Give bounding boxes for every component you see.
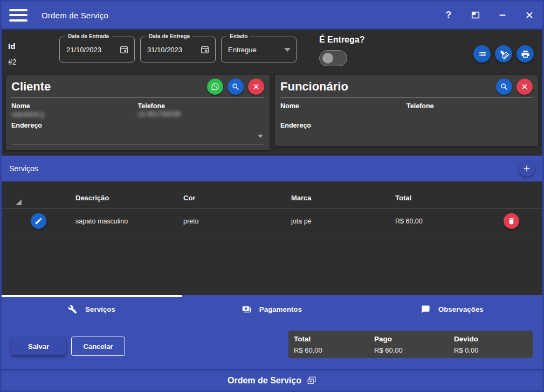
funcionario-nome-value — [280, 110, 407, 118]
toggle-thumb — [322, 53, 333, 64]
calendar-icon[interactable] — [200, 45, 210, 54]
close-icon — [252, 82, 260, 91]
cell-marca: jota pé — [291, 218, 395, 225]
col-cor: Cor — [183, 194, 291, 208]
col-total: Total — [395, 194, 480, 208]
printer-icon — [521, 50, 530, 59]
date-entrada-field[interactable]: Data de Entrada 21/10/2023 — [59, 37, 135, 62]
close-window-icon — [307, 376, 316, 386]
id-value: #2 — [8, 58, 59, 66]
clear-button[interactable] — [248, 79, 264, 95]
save-button[interactable]: Salvar — [11, 338, 66, 355]
cliente-title: Cliente — [11, 80, 203, 94]
header-action-buttons — [473, 30, 536, 62]
pago-value: R$ 60,00 — [374, 346, 454, 354]
cliente-endereco-label: Endereço — [11, 122, 264, 129]
search-button[interactable] — [496, 79, 512, 95]
broom-icon — [497, 47, 510, 60]
estado-value: Entregue — [228, 46, 284, 54]
id-label: Id — [8, 41, 59, 51]
totals-summary-panel: Total R$ 60,00 Pago R$ 60,00 Devido R$ 0… — [288, 331, 533, 358]
add-service-button[interactable] — [519, 160, 535, 177]
table-row[interactable]: sapato masculino preto jota pé R$ 60,00 — [2, 208, 542, 234]
pencil-icon — [35, 217, 43, 225]
comment-icon — [421, 305, 430, 314]
cliente-card: Cliente Nome sapataria jj — [6, 75, 270, 150]
devido-value: R$ 0,00 — [454, 346, 533, 354]
calendar-icon[interactable] — [119, 45, 129, 54]
list-button[interactable] — [473, 45, 491, 62]
bottom-action-area: Salvar Cancelar Total R$ 60,00 Pago R$ 6… — [2, 323, 542, 369]
endereco-select[interactable] — [11, 130, 264, 144]
payments-icon — [242, 305, 251, 314]
servicos-section-bar: Serviços — [2, 156, 542, 181]
cliente-telefone-label: Telefone — [138, 102, 265, 110]
close-icon — [520, 82, 529, 91]
print-button[interactable] — [517, 45, 534, 62]
cliente-nome-value: sapataria jj — [11, 110, 138, 118]
corner-triangle — [16, 199, 22, 205]
menu-icon[interactable] — [9, 9, 27, 22]
footer-title: Ordem de Serviço — [228, 376, 301, 386]
maximize-icon[interactable] — [470, 10, 481, 20]
clear-button[interactable] — [517, 79, 533, 95]
date-entrega-label: Data de Entrega — [146, 33, 192, 39]
app-bar: Ordem de Serviço ? — [2, 2, 542, 30]
funcionario-card: Funcionário Nome Telefone — [275, 75, 538, 146]
app-window: Ordem de Serviço ? Id #2 Data de Entrada… — [0, 0, 544, 392]
cliente-telefone-value: 13 991758298 — [138, 110, 265, 118]
date-entrada-value: 21/10/2023 — [66, 46, 119, 54]
total-value: R$ 60,00 — [294, 346, 374, 354]
people-cards: Cliente Nome sapataria jj — [2, 75, 542, 156]
funcionario-telefone-value — [407, 110, 533, 118]
funcionario-title: Funcionário — [280, 80, 492, 94]
tab-pagamentos[interactable]: Pagamentos — [182, 295, 362, 323]
col-marca: Marca — [291, 194, 395, 208]
edit-button[interactable] — [31, 213, 46, 229]
funcionario-endereco-label: Endereço — [280, 122, 533, 129]
date-entrega-field[interactable]: Data de Entrega 31/10/2023 — [140, 37, 216, 62]
delivery-toggle-label: É Entrega? — [319, 35, 364, 45]
minimize-icon[interactable] — [497, 10, 508, 20]
cancel-button[interactable]: Cancelar — [71, 337, 125, 356]
chevron-down-icon — [258, 135, 263, 138]
whatsapp-button[interactable] — [207, 79, 223, 95]
tab-servicos-label: Serviços — [85, 305, 115, 313]
delivery-toggle-block: É Entrega? — [319, 30, 364, 66]
devido-label: Devido — [454, 335, 533, 343]
funcionario-telefone-label: Telefone — [407, 102, 533, 110]
pago-label: Pago — [374, 335, 454, 343]
delete-button[interactable] — [504, 213, 519, 229]
bottom-tab-bar: Serviços Pagamentos Observações — [2, 295, 542, 323]
servicos-title: Serviços — [9, 164, 519, 173]
order-id-block: Id #2 — [8, 30, 59, 66]
date-entrada-label: Data de Entrada — [65, 33, 112, 39]
estado-select[interactable]: Estado Entregue — [221, 37, 297, 62]
col-descricao: Descrição — [75, 194, 183, 208]
app-title: Ordem de Serviço — [42, 11, 108, 20]
clean-button[interactable] — [495, 45, 512, 62]
whatsapp-icon — [211, 82, 219, 91]
tab-observacoes-label: Observações — [438, 305, 484, 313]
date-entrega-value: 31/10/2023 — [147, 46, 200, 54]
search-icon — [500, 82, 508, 91]
search-icon — [231, 82, 240, 91]
servicos-table: Descrição Cor Marca Total sapato masculi… — [2, 181, 542, 295]
cell-total: R$ 60,00 — [395, 218, 480, 225]
chevron-down-icon — [284, 48, 291, 52]
tab-pagamentos-label: Pagamentos — [259, 305, 302, 313]
delivery-toggle[interactable] — [319, 50, 347, 66]
wrench-icon — [68, 305, 77, 314]
tab-servicos[interactable]: Serviços — [2, 295, 182, 323]
plus-icon — [522, 164, 531, 173]
tab-observacoes[interactable]: Observações — [362, 295, 542, 323]
trash-icon — [507, 217, 515, 225]
close-icon[interactable] — [524, 10, 535, 20]
help-icon[interactable]: ? — [443, 10, 454, 20]
search-button[interactable] — [228, 79, 244, 95]
funcionario-nome-label: Nome — [280, 102, 407, 110]
cell-descricao: sapato masculino — [75, 218, 183, 225]
cell-cor: preto — [183, 218, 291, 225]
total-label: Total — [294, 335, 374, 343]
estado-label: Estado — [227, 33, 250, 39]
